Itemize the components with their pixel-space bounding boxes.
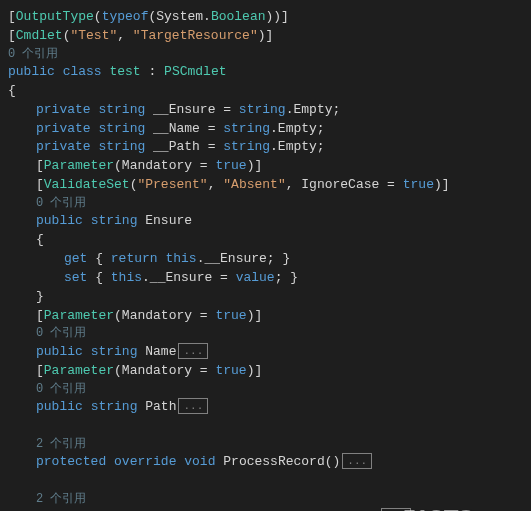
codelens-references[interactable]: 2 个引用 [8, 491, 531, 508]
code-line: set { this.__Ensure = value; } [8, 269, 531, 288]
code-line: private string __Path = string.Empty; [8, 138, 531, 157]
code-line: [Parameter(Mandatory = true)] [8, 157, 531, 176]
collapse-icon[interactable]: ... [342, 453, 372, 469]
code-editor: [OutputType(typeof(System.Boolean))] [Cm… [8, 8, 531, 511]
code-line: [OutputType(typeof(System.Boolean))] [8, 8, 531, 27]
codelens-references[interactable]: 0 个引用 [8, 195, 531, 212]
code-line: private string __Name = string.Empty; [8, 120, 531, 139]
codelens-references[interactable]: 2 个引用 [8, 436, 531, 453]
code-line: { [8, 231, 531, 250]
code-line: [Cmdlet("Test", "TargetResource")] [8, 27, 531, 46]
code-line: get { return this.__Ensure; } [8, 250, 531, 269]
code-line: } [8, 288, 531, 307]
code-line: { [8, 82, 531, 101]
codelens-references[interactable]: 0 个引用 [8, 381, 531, 398]
code-line: public class test : PSCmdlet [8, 63, 531, 82]
collapse-icon[interactable]: ... [178, 343, 208, 359]
codelens-references[interactable]: 0 个引用 [8, 325, 531, 342]
code-line: public string Name... [8, 343, 531, 362]
code-line: public string Ensure [8, 212, 531, 231]
collapse-icon[interactable]: ... [178, 398, 208, 414]
blank-line [8, 417, 531, 436]
code-line: [Parameter(Mandatory = true)] [8, 362, 531, 381]
code-line: private string __Ensure = string.Empty; [8, 101, 531, 120]
code-line: public string Path... [8, 398, 531, 417]
code-line: [ValidateSet("Present", "Absent", Ignore… [8, 176, 531, 195]
blank-line [8, 472, 531, 491]
code-line: protected override void ProcessRecord().… [8, 453, 531, 472]
code-line: [Parameter(Mandatory = true)] [8, 307, 531, 326]
codelens-references[interactable]: 0 个引用 [8, 46, 531, 63]
